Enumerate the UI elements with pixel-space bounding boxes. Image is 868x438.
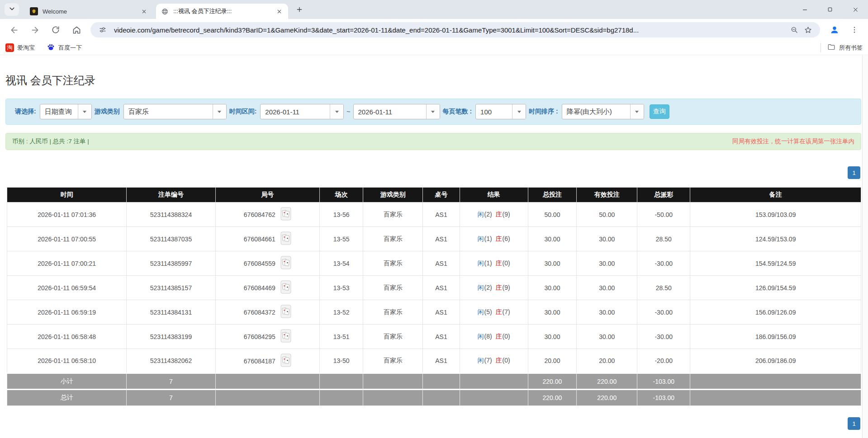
game-kind-select[interactable]: 百家乐 xyxy=(123,104,227,119)
cell-note: 153.09/103.09 xyxy=(690,203,861,227)
cell-valid-bet: 30.00 xyxy=(577,276,637,300)
close-tab-icon[interactable] xyxy=(275,7,284,16)
forward-button[interactable] xyxy=(27,22,43,38)
round-number: 676084661 xyxy=(244,235,275,243)
minimize-button[interactable] xyxy=(792,0,817,19)
browser-menu-button[interactable] xyxy=(846,22,863,38)
bookmark-star-icon[interactable] xyxy=(801,23,815,37)
sort-order-value: 降幂(由大到小) xyxy=(562,104,630,119)
cell-session: 13-56 xyxy=(319,203,363,227)
cell-total-bet: 30.00 xyxy=(528,300,577,325)
dropdown-arrow-icon[interactable] xyxy=(213,104,226,119)
pagination-page-1-top[interactable]: 1 xyxy=(848,166,860,179)
grand-total-row: 总计 7 220.00 220.00 -103.00 xyxy=(7,390,861,406)
bookmark-label: 百度一下 xyxy=(58,44,82,52)
date-end-select[interactable]: 2026-01-11 xyxy=(353,104,440,119)
summary-bar: 币别 : 人民币 | 总共 :7 注单 | 同局有效投注，统一计算在该局第一张注… xyxy=(5,133,861,150)
cell-result: 闲(2)庄(9) xyxy=(460,203,528,227)
close-window-button[interactable] xyxy=(843,0,868,19)
back-button[interactable] xyxy=(6,22,22,38)
dropdown-arrow-icon[interactable] xyxy=(512,104,526,119)
col-bet-id: 注单编号 xyxy=(127,188,215,203)
player-points: (2) xyxy=(484,211,492,218)
arrow-right-icon xyxy=(30,25,40,35)
reload-button[interactable] xyxy=(47,22,64,38)
cell-note: 126.09/154.59 xyxy=(690,276,861,300)
cell-round: 676084762 xyxy=(215,203,319,227)
per-page-select[interactable]: 100 xyxy=(475,104,526,119)
cell-note: 186.09/156.09 xyxy=(690,325,861,349)
player-label: 闲 xyxy=(477,333,484,340)
pagination-page-1-bottom[interactable]: 1 xyxy=(848,417,860,430)
player-points: (1) xyxy=(484,259,492,267)
home-button[interactable] xyxy=(68,22,85,38)
game-result-card-icon[interactable] xyxy=(280,329,291,344)
table-header-row: 时间 注单编号 局号 场次 游戏类别 桌号 结果 总投注 有效投注 总派彩 备注 xyxy=(7,188,861,203)
col-time: 时间 xyxy=(7,188,127,203)
cell-payout: -30.00 xyxy=(637,251,690,276)
cell-total-bet: 30.00 xyxy=(528,251,577,276)
bookmark-taobao[interactable]: 淘 爱淘宝 xyxy=(5,43,35,52)
game-result-card-icon[interactable] xyxy=(280,207,291,222)
url-bar[interactable]: videoie.com/game/betrecord_search/kind3?… xyxy=(90,22,820,38)
plus-icon xyxy=(296,6,303,15)
zoom-icon[interactable] xyxy=(787,23,801,37)
bookmarks-bar: 淘 爱淘宝 百度一下 所有书签 xyxy=(0,41,868,55)
per-page-value: 100 xyxy=(476,104,512,119)
maximize-button[interactable] xyxy=(817,0,843,19)
page-scrollbar[interactable] xyxy=(862,55,868,438)
tab-search-button[interactable] xyxy=(5,3,19,16)
cell-round: 676084661 xyxy=(215,227,319,251)
url-text[interactable]: videoie.com/game/betrecord_search/kind3?… xyxy=(114,26,787,34)
dropdown-arrow-icon[interactable] xyxy=(630,104,644,119)
banker-label: 庄 xyxy=(496,284,502,291)
cell-result: 闲(1)庄(6) xyxy=(460,227,528,251)
banker-points: (0) xyxy=(503,333,510,340)
welcome-favicon-icon xyxy=(30,7,38,15)
date-start-value: 2026-01-11 xyxy=(261,104,330,119)
cell-payout: 28.50 xyxy=(637,227,690,251)
table-row: 2026-01-11 06:58:48 523114383199 6760842… xyxy=(7,325,861,349)
bookmark-baidu[interactable]: 百度一下 xyxy=(47,43,82,53)
cell-session: 13-51 xyxy=(319,325,363,349)
page-content: 视讯 会员下注纪录 请选择: 日期查询 游戏类别 百家乐 时间区间: 2026-… xyxy=(0,55,862,438)
site-settings-icon[interactable] xyxy=(96,23,109,37)
cell-time: 2026-01-11 07:00:55 xyxy=(7,227,127,251)
search-button[interactable]: 查询 xyxy=(650,104,669,119)
tab-betrecord[interactable]: :::视讯 会员下注纪录::: xyxy=(156,4,288,19)
chevron-down-icon xyxy=(8,5,16,14)
cell-round: 676084469 xyxy=(215,276,319,300)
game-result-card-icon[interactable] xyxy=(280,231,291,246)
game-result-card-icon[interactable] xyxy=(280,305,291,320)
dropdown-arrow-icon[interactable] xyxy=(78,104,91,119)
subtotal-total-bet: 220.00 xyxy=(528,373,577,390)
cell-bet-id: 523114388324 xyxy=(127,203,215,227)
game-result-card-icon[interactable] xyxy=(280,353,291,368)
dropdown-arrow-icon[interactable] xyxy=(330,104,343,119)
filter-panel: 请选择: 日期查询 游戏类别 百家乐 时间区间: 2026-01-11 ~ 20… xyxy=(5,99,861,125)
dropdown-arrow-icon[interactable] xyxy=(426,104,440,119)
sort-order-select[interactable]: 降幂(由大到小) xyxy=(562,104,644,119)
banker-points: (9) xyxy=(503,284,510,291)
profile-button[interactable] xyxy=(826,22,843,38)
player-points: (2) xyxy=(484,284,492,291)
date-start-select[interactable]: 2026-01-11 xyxy=(260,104,344,119)
cell-bet-id: 523114387035 xyxy=(127,227,215,251)
query-type-select[interactable]: 日期查询 xyxy=(40,104,92,119)
cell-note: 156.09/126.09 xyxy=(690,300,861,325)
cell-table-no: AS1 xyxy=(423,276,460,300)
game-result-card-icon[interactable] xyxy=(280,280,291,295)
all-bookmarks-button[interactable]: 所有书签 xyxy=(821,43,863,52)
game-result-card-icon[interactable] xyxy=(280,256,291,271)
taobao-icon: 淘 xyxy=(5,43,14,52)
new-tab-button[interactable] xyxy=(293,4,306,17)
tab-title: :::视讯 会员下注纪录::: xyxy=(173,7,275,15)
filter-select-label: 请选择: xyxy=(15,108,36,116)
cell-valid-bet: 30.00 xyxy=(577,227,637,251)
banker-points: (6) xyxy=(503,235,510,242)
total-label: 总计 xyxy=(7,390,127,406)
tab-welcome[interactable]: Welcome xyxy=(25,4,153,19)
close-tab-icon[interactable] xyxy=(139,7,148,16)
page-title: 视讯 会员下注纪录 xyxy=(5,73,95,88)
player-label: 闲 xyxy=(477,284,484,291)
